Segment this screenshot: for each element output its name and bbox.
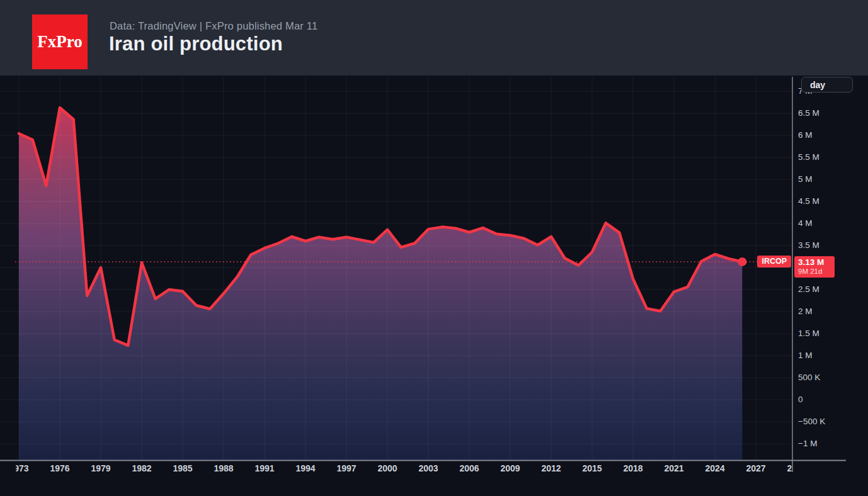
x-axis-label: 1994 <box>295 463 315 473</box>
fxpro-logo: FxPro <box>32 14 88 69</box>
x-axis-label: 2027 <box>746 463 765 473</box>
x-axis-label: 1988 <box>214 463 233 473</box>
x-axis-label: 2000 <box>377 463 397 473</box>
x-axis-label: 1973 <box>9 463 28 473</box>
axis-price-badge: 3.13 M 9M 21d <box>794 256 835 278</box>
x-axis-label: 2018 <box>623 463 642 473</box>
x-axis-label: 2006 <box>459 463 479 473</box>
time-axis[interactable]: 1973197619791982198519881991199419972000… <box>0 76 868 496</box>
x-axis-label: 1997 <box>336 463 356 473</box>
x-axis-label: 2009 <box>500 463 520 473</box>
page-title: Iran oil production <box>109 33 283 55</box>
x-axis-label: 1976 <box>50 463 69 473</box>
x-axis-label: 1982 <box>132 463 151 473</box>
symbol-price-tag: IRCOP <box>757 256 791 268</box>
fxpro-logo-text: FxPro <box>37 32 82 52</box>
x-axis-label: 2024 <box>705 463 724 473</box>
header: FxPro Data: TradingView | FxPro publishe… <box>0 0 868 76</box>
interval-button[interactable]: day <box>801 77 853 93</box>
chart-area: 7 M6.5 M6 M5.5 M5 M4.5 M4 M3.5 M3 M2.5 M… <box>0 76 868 496</box>
last-price-label: 3.13 M <box>798 257 835 268</box>
countdown-label: 9M 21d <box>798 268 835 276</box>
source-caption: Data: TradingView | FxPro published Mar … <box>110 20 317 32</box>
x-axis-label: 2030 <box>787 463 806 473</box>
fxpro-chart-card: FxPro Data: TradingView | FxPro publishe… <box>0 0 868 496</box>
x-axis-label: 2012 <box>541 463 561 473</box>
x-axis-label: 1991 <box>254 463 274 473</box>
x-axis-label: 2003 <box>418 463 438 473</box>
x-axis-label: 1985 <box>173 463 192 473</box>
x-axis-label: 1979 <box>91 463 110 473</box>
x-axis-label: 2015 <box>582 463 602 473</box>
x-axis-label: 2021 <box>664 463 683 473</box>
